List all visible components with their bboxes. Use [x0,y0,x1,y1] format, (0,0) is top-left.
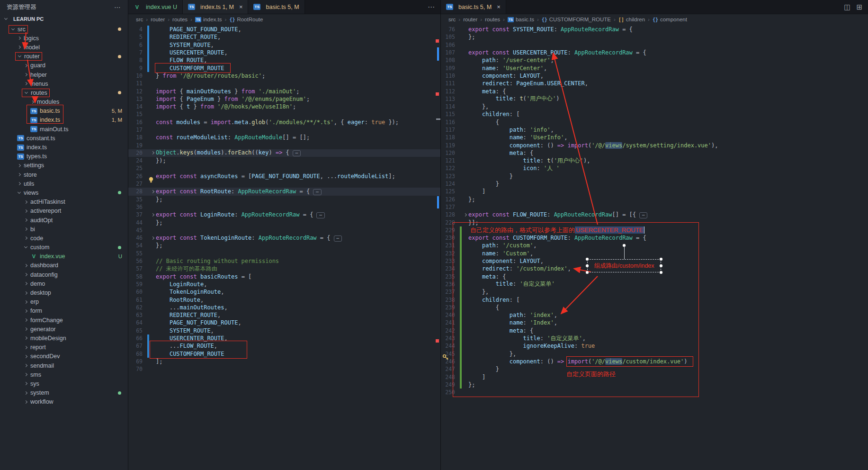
code-line-27[interactable]: 27 [128,180,440,188]
code-line-117[interactable]: 117 path: 'info', [441,126,868,134]
close-tab-icon[interactable]: × [239,3,243,10]
code-line-234[interactable]: 234 redirect: '/custom/index', [441,265,868,272]
breadcrumb-router[interactable]: router [463,17,477,22]
code-line-112[interactable]: 112 meta: { [441,87,868,95]
tree-item-basic.ts[interactable]: TSbasic.ts5, M [0,107,128,116]
code-line-64[interactable]: 64 PAGE_NOT_FOUND_ROUTE, [128,319,440,326]
code-line-13[interactable]: 13import { PageEnum } from '/@/enums/pag… [128,95,440,103]
code-line-113[interactable]: 113 title: t('用户中心') [441,95,868,103]
code-line-65[interactable]: 65 SYSTEM_ROUTE, [128,327,440,334]
code-line-12[interactable]: 12import { mainOutRoutes } from './mainO… [128,87,440,95]
code-line-250[interactable]: 250 [441,389,868,396]
code-line-17[interactable]: 17 [128,126,440,134]
code-line-249[interactable]: 249}; [441,381,868,389]
code-line-14[interactable]: 14import { t } from '/@/hooks/web/useI18… [128,103,440,110]
tree-item-secondDev[interactable]: secondDev [0,352,128,361]
tree-item-formChange[interactable]: formChange [0,316,128,325]
breadcrumb-routes[interactable]: routes [172,17,188,22]
breadcrumb-CUSTOMFORM_ROUTE[interactable]: {}CUSTOMFORM_ROUTE [542,17,611,22]
code-line-127[interactable]: 127 [441,203,868,211]
code-line-247[interactable]: 247 } [441,365,868,373]
tree-item-src[interactable]: src [0,25,128,34]
tab-basic.ts[interactable]: TSbasic.ts 5, M [248,0,304,14]
code-line-46[interactable]: 46export const TokenLoginRoute: AppRoute… [128,234,440,242]
tree-item-routes[interactable]: routes [0,88,128,97]
tree-item-erp[interactable]: erp [0,298,128,307]
breadcrumb-src[interactable]: src [136,17,143,22]
code-line-235[interactable]: 235 meta: { [441,273,868,280]
breadcrumb-routes[interactable]: routes [485,17,500,22]
code-line-6[interactable]: 6 SYSTEM_ROUTE, [128,41,440,49]
tree-item-router[interactable]: router [0,52,128,61]
code-line-45[interactable]: 45 [128,226,440,234]
code-line-105[interactable]: 105}; [441,33,868,41]
code-line-44[interactable]: 44}; [128,218,440,226]
code-line-115[interactable]: 115 children: [ [441,110,868,118]
tree-item-modules[interactable]: modules [0,98,128,107]
tree-item-model[interactable]: model [0,43,128,52]
code-editor[interactable]: 4 PAGE_NOT_FOUND_ROUTE,5 REDIRECT_ROUTE,… [128,25,440,470]
code-line-125[interactable]: 125 ] [441,188,868,195]
code-line-243[interactable]: 243 title: '自定义菜单', [441,334,868,342]
code-line-110[interactable]: 110 component: LAYOUT, [441,72,868,80]
code-line-70[interactable]: 70 [128,365,440,373]
tree-item-auditOpt[interactable]: auditOpt [0,216,128,225]
tree-item-mobileDesign[interactable]: mobileDesign [0,334,128,343]
code-line-35[interactable]: 35}; [128,196,440,203]
tree-item-custom[interactable]: custom [0,243,128,252]
breadcrumb-index.ts[interactable]: TSindex.ts [195,17,222,22]
code-line-122[interactable]: 122 icon: '人 ' [441,164,868,172]
tree-item-activereport[interactable]: activereport [0,207,128,216]
code-line-126[interactable]: 126}; [441,196,868,203]
code-line-11[interactable]: 11 [128,80,440,87]
code-line-36[interactable]: 36 [128,203,440,211]
tree-item-report[interactable]: report [0,343,128,352]
split-editor-icon[interactable]: ◫ [844,3,850,11]
code-line-68[interactable]: 68 CUSTOMFORM_ROUTE [128,350,440,357]
tree-item-index.vue[interactable]: Vindex.vueU [0,252,128,261]
breadcrumb-basic.ts[interactable]: TSbasic.ts [508,17,534,22]
code-line-69[interactable]: 69]; [128,358,440,365]
tree-item-constant.ts[interactable]: TSconstant.ts [0,134,128,143]
breadcrumb-children[interactable]: []children [618,17,645,22]
tab-basic.ts[interactable]: TSbasic.ts 5, M× [441,0,506,14]
code-line-118[interactable]: 118 name: 'UserInfo', [441,134,868,141]
tree-item-generator[interactable]: generator [0,325,128,334]
code-editor[interactable]: 76export const SYSTEM_ROUTE: AppRouteRec… [441,25,868,470]
workspace-header[interactable]: LEARUN PC [0,14,128,24]
code-line-54[interactable]: 54}; [128,242,440,249]
code-line-56[interactable]: 56// Basic routing without permissions [128,257,440,265]
code-line-62[interactable]: 62 ...mainOutRoutes, [128,304,440,311]
tree-item-demo[interactable]: demo [0,279,128,288]
tab-index.vue[interactable]: Vindex.vue U [128,0,183,14]
breadcrumb-src[interactable]: src [448,17,456,22]
code-line-111[interactable]: 111 redirect: PageEnum.USER_CENTER, [441,80,868,87]
breadcrumb-RootRoute[interactable]: {}RootRoute [229,17,263,22]
tree-item-store[interactable]: store [0,170,128,179]
code-line-232[interactable]: 232 name: 'Custom', [441,250,868,257]
code-line-241[interactable]: 241 name: 'Index', [441,319,868,326]
tree-item-views[interactable]: views [0,188,128,197]
code-line-66[interactable]: 66 USERCENTER_ROUTE, [128,334,440,342]
more-actions-icon[interactable]: ⋯ [428,3,435,11]
tree-item-logics[interactable]: logics [0,34,128,43]
tree-item-menus[interactable]: menus [0,79,128,88]
code-line-228[interactable]: 228}]; [441,218,868,226]
code-line-108[interactable]: 108 path: '/user-center', [441,56,868,64]
tree-item-helper[interactable]: helper [0,70,128,79]
code-line-121[interactable]: 121 title: t('用户中心'), [441,157,868,164]
code-line-8[interactable]: 8 FLOW_ROUTE, [128,56,440,64]
code-line-37[interactable]: 37export const LoginRoute: AppRouteRecor… [128,211,440,218]
code-line-7[interactable]: 7 USERCENTER_ROUTE, [128,49,440,56]
code-line-114[interactable]: 114 }, [441,103,868,110]
code-line-123[interactable]: 123 } [441,172,868,180]
code-line-229[interactable]: 229 [441,226,868,234]
code-line-15[interactable]: 15 [128,110,440,118]
tree-item-sendmail[interactable]: sendmail [0,361,128,370]
code-line-59[interactable]: 59 LoginRoute, [128,280,440,288]
code-line-246[interactable]: 246 component: () => import('/@/views/cu… [441,358,868,365]
code-line-236[interactable]: 236 title: '自定义菜单' [441,280,868,288]
tree-item-index.ts[interactable]: TSindex.ts1, M [0,116,128,125]
tree-item-actHiTaskinst[interactable]: actHiTaskinst [0,198,128,207]
code-line-230[interactable]: 230export const CUSTOMFORM_ROUTE: AppRou… [441,234,868,242]
